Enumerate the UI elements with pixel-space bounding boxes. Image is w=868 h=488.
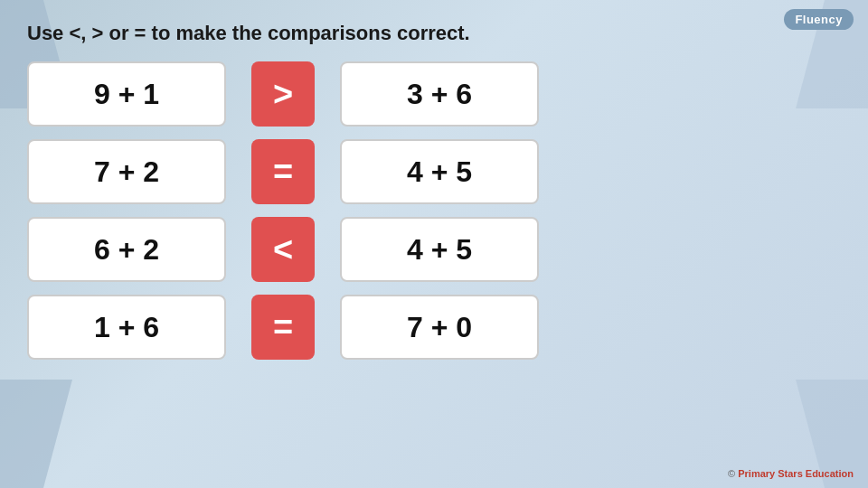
copyright-text: © Primary Stars Education (728, 468, 854, 479)
left-expr-3: 1 + 6 (27, 295, 226, 360)
right-expr-1: 4 + 5 (340, 139, 539, 204)
right-expr-2: 4 + 5 (340, 217, 539, 282)
comparison-row: 6 + 2<4 + 5 (27, 217, 841, 282)
content-area: Fluency Use <, > or = to make the compar… (0, 0, 868, 488)
right-expr-0: 3 + 6 (340, 61, 539, 127)
right-expr-3: 7 + 0 (340, 295, 539, 360)
fluency-badge: Fluency (784, 9, 854, 30)
comparison-row: 1 + 6=7 + 0 (27, 295, 841, 360)
comparison-row: 7 + 2=4 + 5 (27, 139, 841, 204)
operator-0: > (251, 61, 315, 127)
left-expr-0: 9 + 1 (27, 61, 226, 127)
operator-2: < (251, 217, 315, 282)
left-expr-1: 7 + 2 (27, 139, 226, 204)
comparison-row: 9 + 1>3 + 6 (27, 61, 841, 127)
instruction-text: Use <, > or = to make the comparisons co… (27, 22, 841, 45)
operator-1: = (251, 139, 315, 204)
comparison-grid: 9 + 1>3 + 67 + 2=4 + 56 + 2<4 + 51 + 6=7… (27, 61, 841, 360)
left-expr-2: 6 + 2 (27, 217, 226, 282)
operator-3: = (251, 295, 315, 360)
